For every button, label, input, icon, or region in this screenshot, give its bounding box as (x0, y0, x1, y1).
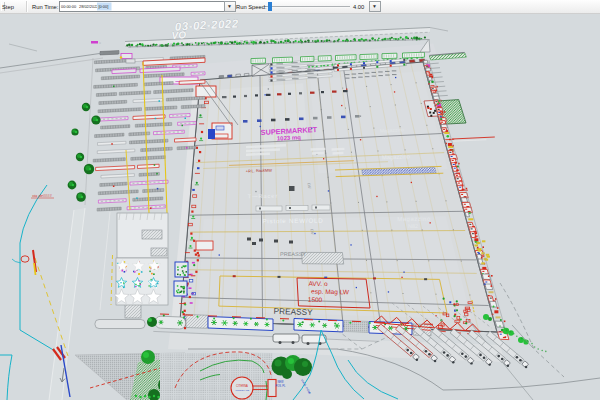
svg-text:Magazzino: Magazzino (380, 126, 405, 133)
svg-text:Step: Step (2, 4, 14, 10)
svg-text:1500: 1500 (308, 296, 323, 303)
svg-text:◦◦: ◦◦ (99, 41, 101, 45)
svg-text:Run Time:: Run Time: (32, 4, 59, 10)
svg-text:1023 mq: 1023 mq (277, 134, 302, 141)
svg-text:+P.L. RackMW: +P.L. RackMW (246, 168, 273, 174)
svg-text:N82: N82 (408, 223, 418, 229)
svg-text:4.00: 4.00 (353, 4, 364, 10)
svg-text:LW: LW (307, 182, 313, 189)
svg-text:PREASSY: PREASSY (273, 306, 313, 317)
svg-text:Run Speed:: Run Speed: (236, 4, 267, 10)
svg-text:▼: ▼ (227, 3, 232, 9)
svg-text:CITERNA: CITERNA (236, 384, 248, 388)
svg-text:PREASSY: PREASSY (280, 251, 306, 257)
svg-text:LW: LW (310, 228, 316, 235)
svg-text:Pistole NEW/OLD: Pistole NEW/OLD (262, 217, 323, 225)
svg-text:NEW: NEW (277, 380, 284, 384)
svg-text:▼: ▼ (372, 3, 377, 9)
svg-text:VIA B. POMI: VIA B. POMI (300, 378, 312, 395)
svg-text:VO: VO (171, 29, 186, 41)
svg-text:APPROVATO: APPROVATO (235, 389, 250, 392)
svg-text:AVV. o: AVV. o (308, 280, 328, 287)
svg-text:via de####: via de#### (32, 193, 52, 198)
svg-text:Magazzino: Magazzino (397, 216, 431, 222)
svg-text:Magazzino: Magazzino (382, 153, 410, 160)
svg-text:28/02/2022: 28/02/2022 (79, 4, 98, 9)
svg-text:[0:00]: [0:00] (99, 4, 109, 9)
svg-text:T—Racer: T—Racer (248, 193, 279, 200)
svg-text:00:00:00: 00:00:00 (61, 4, 77, 9)
svg-text:POS. PL: POS. PL (275, 384, 286, 388)
